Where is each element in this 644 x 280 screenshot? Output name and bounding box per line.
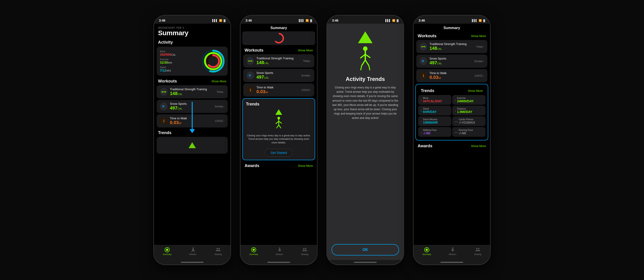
workout-snow-info-s4: Snow Sports 497CAL: [430, 57, 472, 65]
svg-point-37: [303, 248, 304, 249]
awards-header-s2: Awards Show More: [240, 161, 317, 169]
trend-stand-info: Stand 6HR/DAY: [423, 108, 436, 114]
snow-icon-s4: ❄: [420, 57, 427, 65]
workout-walk-cal-s2: 0.03MI: [256, 89, 299, 94]
svg-rect-48: [422, 46, 425, 47]
walk-svg-s4: 🚶: [421, 73, 426, 78]
workout-item-strength-s4[interactable]: Traditional Strength Training 148CAL Tod…: [416, 40, 487, 53]
notch-3: [352, 15, 379, 22]
tab-sharing-1[interactable]: Sharing: [214, 247, 222, 256]
status-time-2: 3:46: [246, 19, 252, 22]
awards-show-more-s2[interactable]: Show More: [298, 164, 313, 167]
trend-run-pace-row: — Running Pace -/-/MI: [454, 129, 483, 135]
workout-strength-cal: 148CAL: [170, 91, 214, 96]
workouts-show-more-s2[interactable]: Show More: [298, 49, 313, 52]
strength-icon: [160, 88, 168, 96]
home-bar-4: [440, 262, 463, 263]
svg-text:❄: ❄: [162, 104, 165, 108]
distance-arrow-icon: ↓: [454, 109, 456, 113]
move-arrow-icon: ↓: [420, 98, 422, 102]
snow-svg: ❄: [162, 104, 166, 109]
trend-cardio-label: Cardio Fitness: [459, 118, 475, 121]
workouts-title-s4: Workouts: [418, 34, 436, 38]
workout-snow-info-s2: Snow Sports 497CAL: [256, 71, 299, 80]
home-bar-1: [181, 262, 204, 263]
workouts-show-more[interactable]: Show More: [211, 80, 226, 83]
exercise-label: Exercise: [160, 58, 198, 61]
get-started-button[interactable]: Get Started: [265, 149, 292, 156]
trends-section-s1: [157, 137, 228, 154]
tab-fitness-2[interactable]: Fitness+: [276, 247, 284, 256]
modal-title: Activity Trends: [346, 76, 385, 82]
svg-rect-49: [422, 46, 422, 47]
svg-point-56: [476, 248, 478, 249]
battery-icon-3: ▓: [397, 19, 398, 22]
svg-point-57: [478, 248, 479, 249]
trends-highlighted-box: Trends Closing your rings every day is a…: [242, 98, 315, 160]
workouts-header-s2: Workouts Show More: [240, 46, 317, 54]
workout-item-walk-s2[interactable]: 🚶 Time to Walk 0.03MI 1/25/21 ›: [243, 83, 314, 97]
svg-line-46: [361, 66, 362, 70]
svg-marker-13: [188, 142, 196, 148]
tab-fitness-1[interactable]: Fitness+: [189, 247, 197, 256]
workout-walk-name-s2: Time to Walk: [256, 86, 299, 89]
trend-stand: ↓ Stand 6HR/DAY: [418, 106, 451, 116]
tab-label-summary-4: Summary: [422, 253, 431, 256]
trend-cardio-info: Cardio Fitness -/-VO2MAX: [459, 118, 475, 124]
tab-summary-4[interactable]: Summary: [422, 247, 431, 256]
trend-move-label: Move: [423, 97, 442, 99]
sharing-icon-2: [302, 247, 308, 253]
workout-strength-name: Traditional Strength Training: [170, 88, 214, 91]
tab-fitness-4[interactable]: Fitness+: [449, 247, 456, 256]
workout-item-strength[interactable]: Traditional Strength Training 148CAL Tod…: [157, 85, 228, 98]
partial-top: [242, 31, 315, 45]
trends-show-more-s4[interactable]: Show More: [468, 89, 483, 93]
stand-min-arrow-icon: ↓: [420, 120, 422, 123]
svg-marker-27: [275, 109, 282, 115]
trend-move-value: 347CAL/DAY: [423, 99, 442, 103]
svg-rect-24: [252, 60, 252, 62]
tab-sharing-2[interactable]: Sharing: [301, 247, 308, 256]
modal-desc: Closing your rings every day is a great …: [332, 85, 399, 121]
stand-label: Stand: [160, 66, 198, 69]
trend-move-row: ↓ Move 347CAL/DAY: [420, 97, 449, 103]
workouts-title: Workouts: [158, 79, 177, 84]
partial-ring: [273, 32, 284, 44]
trend-stand-min-value: 10MIN/HR: [423, 121, 438, 124]
trend-distance-label: Distance: [457, 108, 472, 110]
ok-button[interactable]: OK: [332, 244, 399, 256]
workout-strength-info-s2: Traditional Strength Training 148CAL: [256, 57, 301, 65]
trends-box-title: Trends: [246, 102, 312, 107]
svg-point-21: [274, 34, 283, 43]
screen-2: Summary Workouts Show More Traditional S…: [240, 24, 317, 245]
trend-run-pace-label: Running Pace: [459, 129, 473, 131]
home-indicator-3: [327, 260, 404, 265]
workouts-show-more-s4[interactable]: Show More: [471, 34, 486, 38]
strength-icon-s2: [246, 57, 254, 65]
tab-summary-1[interactable]: Summary: [163, 247, 172, 256]
svg-text:🚶: 🚶: [249, 88, 252, 92]
trend-stand-min-row: ↓ Stand Minutes 10MIN/HR: [420, 118, 449, 124]
battery-icon-2: ▓: [310, 19, 312, 22]
wifi-icon-2: 🛜: [306, 19, 309, 22]
trends-up-arrow-s2: [274, 109, 283, 115]
status-time-1: 3:46: [159, 19, 165, 22]
workout-item-snow-s4[interactable]: ❄ Snow Sports 497CAL Sunday ›: [416, 55, 487, 68]
awards-show-more-s4[interactable]: Show More: [471, 144, 486, 148]
trend-walk-pace-value: -/-/MI: [423, 131, 437, 135]
activity-section-title: Activity: [154, 39, 230, 46]
trend-cardio: — Cardio Fitness -/-VO2MAX: [452, 116, 486, 126]
tab-sharing-4[interactable]: Sharing: [474, 247, 481, 256]
workout-item-strength-s2[interactable]: Traditional Strength Training 148CAL Tod…: [243, 54, 314, 67]
workout-item-walk-s4[interactable]: 🚶 Time to Walk 0.03MI 1/25/21 ›: [416, 69, 487, 82]
walk-icon-s2: 🚶: [246, 86, 254, 94]
activity-rings-area: Move 342/500CAL Exercise 31/30MIN Stand …: [157, 47, 228, 76]
workout-item-snow-s2[interactable]: ❄ Snow Sports 497CAL Sunday ›: [243, 69, 314, 82]
trend-distance-value: 1.9MI/DAY: [457, 110, 472, 114]
rings-svg: [202, 50, 224, 73]
summary-icon-2: [251, 247, 256, 253]
tab-summary-2[interactable]: Summary: [249, 247, 258, 256]
svg-point-15: [166, 249, 168, 251]
trend-exercise-row: ↓ Exercise 24MIN/DAY: [454, 97, 483, 103]
screen2-title: Summary: [240, 24, 317, 31]
